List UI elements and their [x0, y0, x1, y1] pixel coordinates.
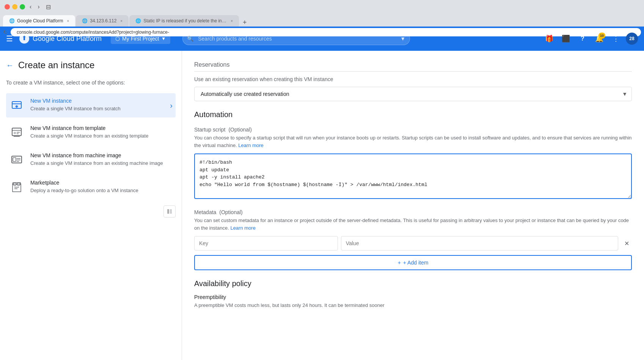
minimize-window-button[interactable] — [12, 4, 17, 9]
gift-icon-button[interactable]: 🎁 — [542, 32, 556, 45]
tab-close-static[interactable]: × — [231, 19, 233, 23]
new-vm-content: New VM instance Create a single VM insta… — [30, 98, 164, 112]
nav-actions: 🎁 ⬛ ? 🔔 10 ⋮ 28 — [542, 32, 638, 45]
project-dropdown-icon: ▼ — [161, 36, 166, 41]
tab-title: Google Cloud Platform — [17, 18, 63, 23]
svg-rect-22 — [170, 209, 172, 214]
automation-section: Automation Startup script (Optional) You… — [194, 110, 632, 270]
maximize-window-button[interactable] — [20, 4, 25, 9]
search-icon: 🔍 — [187, 36, 193, 42]
forward-browser-button[interactable]: › — [36, 3, 41, 10]
tab-title-ip: 34.123.6.112 — [90, 18, 116, 23]
startup-script-textarea[interactable]: #!/bin/bash apt update apt -y install ap… — [194, 153, 632, 199]
metadata-desc: You can set custom metadata for an insta… — [194, 217, 632, 232]
more-options-button[interactable]: ⋮ — [609, 32, 623, 45]
back-browser-button[interactable]: ‹ — [28, 3, 33, 10]
terminal-icon-button[interactable]: ⬛ — [559, 32, 573, 45]
hamburger-menu[interactable]: ☰ — [6, 34, 13, 43]
svg-rect-12 — [12, 156, 22, 163]
tab-close-gcp[interactable]: × — [67, 19, 69, 23]
new-vm-title: New VM instance — [30, 98, 164, 104]
new-vm-template-icon — [9, 125, 24, 140]
svg-rect-13 — [13, 158, 16, 161]
page-title: Create an instance — [18, 60, 94, 70]
marketplace-content: Marketplace Deploy a ready-to-go solutio… — [30, 180, 173, 194]
new-vm-machine-desc: Create a single VM instance from an exis… — [30, 160, 173, 167]
automation-section-title: Automation — [194, 110, 632, 119]
metadata-label: Metadata (Optional) — [194, 209, 632, 215]
more-icon: ⋮ — [613, 34, 619, 43]
sidebar-item-marketplace[interactable]: Marketplace Deploy a ready-to-go solutio… — [6, 175, 176, 199]
tab-favicon-static: 🌐 — [135, 18, 141, 23]
add-item-label: + Add item — [403, 260, 429, 266]
tab-favicon: 🌐 — [9, 18, 15, 23]
back-button[interactable]: ← — [6, 61, 14, 70]
search-input[interactable] — [182, 32, 410, 45]
search-bar: 🔍 ▼ — [182, 32, 410, 45]
app-title: Google Cloud Platform — [33, 35, 102, 43]
reservations-section: Reservations Use an existing reservation… — [194, 60, 632, 101]
metadata-learn-more[interactable]: Learn more — [230, 225, 255, 231]
sidebar-item-new-vm-machine[interactable]: New VM instance from machine image Creat… — [6, 148, 176, 172]
preemptibility-desc: A preemptible VM costs much less, but la… — [194, 302, 632, 309]
sidebar-toggle-button[interactable]: ⊟ — [44, 3, 52, 11]
startup-script-field: Startup script (Optional) You can choose… — [194, 127, 632, 209]
reservations-title: Reservations — [194, 60, 632, 72]
tab-gcp[interactable]: 🌐 Google Cloud Platform × — [3, 15, 75, 27]
add-item-plus-icon: + — [398, 260, 401, 266]
svg-rect-8 — [14, 132, 16, 134]
notification-button[interactable]: 🔔 10 — [592, 32, 606, 45]
new-vm-template-content: New VM instance from template Create a s… — [30, 125, 173, 139]
startup-script-optional: (Optional) — [228, 127, 251, 133]
new-vm-chevron: › — [170, 101, 173, 110]
left-sidebar: ← Create an instance To create a VM inst… — [0, 51, 182, 360]
marketplace-title: Marketplace — [30, 180, 173, 186]
add-item-button[interactable]: + + Add item — [194, 255, 632, 270]
browser-titlebar: ‹ › ⊟ — [0, 0, 644, 14]
sidebar-item-new-vm[interactable]: New VM instance Create a single VM insta… — [6, 93, 176, 117]
availability-title: Availability policy — [194, 279, 632, 288]
new-vm-icon — [9, 98, 24, 113]
gift-icon: 🎁 — [545, 34, 553, 43]
notification-badge: 10 — [598, 33, 605, 39]
metadata-key-input[interactable] — [194, 236, 338, 250]
user-avatar[interactable]: 28 — [626, 33, 638, 45]
help-icon: ? — [581, 35, 584, 42]
metadata-value-input[interactable] — [341, 236, 618, 250]
marketplace-desc: Deploy a ready-to-go solution onto a VM … — [30, 187, 173, 194]
project-icon: ⬡ — [115, 36, 120, 42]
new-vm-machine-title: New VM instance from machine image — [30, 152, 173, 158]
metadata-field: Metadata (Optional) You can set custom m… — [194, 209, 632, 270]
sidebar-collapse-button[interactable] — [163, 205, 176, 218]
google-cloud-icon — [19, 33, 30, 44]
metadata-remove-button[interactable]: ✕ — [621, 238, 632, 249]
tab-ip[interactable]: 🌐 34.123.6.112 × — [76, 15, 129, 27]
sidebar-item-new-vm-template[interactable]: New VM instance from template Create a s… — [6, 121, 176, 145]
new-vm-template-title: New VM instance from template — [30, 125, 173, 131]
search-dropdown-icon: ▼ — [400, 36, 405, 42]
help-icon-button[interactable]: ? — [576, 32, 589, 45]
tab-static[interactable]: 🌐 Static IP is released if you delete th… — [129, 15, 239, 27]
page-container: ← Create an instance To create a VM inst… — [0, 51, 644, 360]
new-vm-machine-icon — [9, 152, 24, 167]
startup-script-desc: You can choose to specify a startup scri… — [194, 134, 632, 149]
reservation-select[interactable]: Automatically use created reservation Se… — [194, 87, 632, 101]
svg-rect-21 — [167, 209, 169, 214]
page-title-row: ← Create an instance — [6, 60, 176, 70]
tab-favicon-ip: 🌐 — [82, 18, 88, 23]
startup-script-learn-more[interactable]: Learn more — [238, 142, 263, 148]
reservation-select-wrapper: Automatically use created reservation Se… — [194, 87, 632, 101]
gcp-logo: Google Cloud Platform — [19, 33, 102, 44]
main-content: Reservations Use an existing reservation… — [182, 51, 644, 360]
new-vm-template-desc: Create a single VM instance from an exis… — [30, 133, 173, 139]
close-window-button[interactable] — [5, 4, 10, 9]
tab-title-static: Static IP is released if you delete the … — [143, 18, 227, 23]
availability-section: Availability policy Preemptibility A pre… — [194, 279, 632, 309]
tab-close-ip[interactable]: × — [120, 19, 123, 23]
traffic-lights — [5, 4, 25, 9]
project-name: My First Project — [122, 36, 159, 42]
metadata-optional: (Optional) — [219, 209, 242, 215]
startup-script-label: Startup script (Optional) — [194, 127, 632, 133]
new-tab-button[interactable]: + — [241, 19, 248, 27]
project-selector[interactable]: ⬡ My First Project ▼ — [111, 33, 170, 44]
